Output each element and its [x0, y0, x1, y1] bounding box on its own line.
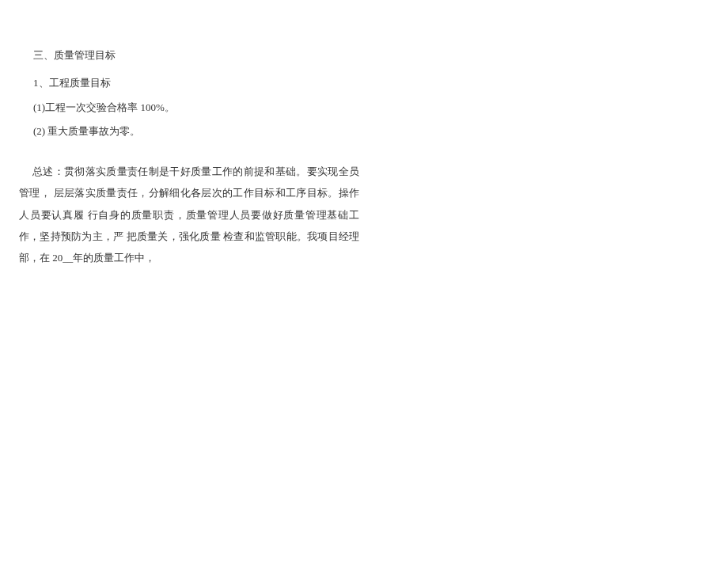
- list-item-1: (1)工程一次交验合格率 100%。: [33, 100, 359, 116]
- document-content: 三、质量管理目标 1、工程质量目标 (1)工程一次交验合格率 100%。 (2)…: [19, 47, 359, 269]
- section-heading: 三、质量管理目标: [33, 47, 359, 64]
- sub-heading: 1、工程质量目标: [33, 75, 359, 92]
- summary-paragraph: 总述：贯彻落实质量责任制是干好质量工作的前提和基础。要实现全员管理， 层层落实质…: [19, 161, 359, 268]
- list-item-2: (2) 重大质量事故为零。: [33, 123, 359, 140]
